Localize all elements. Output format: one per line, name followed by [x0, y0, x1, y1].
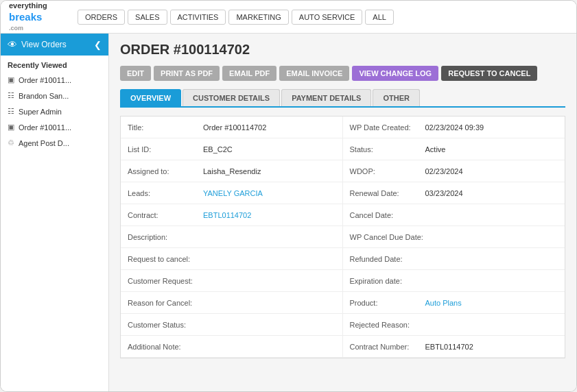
sidebar-view-orders[interactable]: 👁 View Orders ❮ [1, 34, 108, 56]
value-contract-number: EBTL0114702 [425, 343, 558, 351]
label-rejected-reason: Rejected Reason: [350, 321, 425, 329]
edit-button[interactable]: EDIT [120, 66, 151, 81]
tab-payment-details[interactable]: PAYMENT DETAILS [281, 89, 371, 106]
label-additional-note: Additional Note: [128, 343, 203, 351]
label-expiration-date: Expiration date: [350, 277, 425, 285]
label-customer-request: Customer Request: [128, 277, 203, 285]
sidebar-item-4[interactable]: ♲ Agent Post D... [1, 135, 108, 151]
field-customer-request: Customer Request: [121, 270, 343, 292]
field-refunded-date: Refunded Date: [343, 248, 565, 270]
order-icon-3: ▣ [8, 123, 14, 132]
email-pdf-button[interactable]: EMAIL PDF [222, 66, 276, 81]
field-reason-for-cancel: Reason for Cancel: [121, 292, 343, 314]
person-icon-2: ☷ [8, 107, 14, 116]
value-status: Active [425, 145, 558, 154]
sidebar-item-0[interactable]: ▣ Order #10011... [1, 72, 108, 88]
field-wdop: WDOP: 02/23/2024 [343, 160, 565, 182]
label-customer-status: Customer Status: [128, 321, 203, 329]
value-title: Order #100114702 [203, 123, 335, 132]
tab-customer-details[interactable]: CUSTOMER DETAILS [182, 89, 280, 106]
label-renewal-date: Renewal Date: [350, 189, 425, 197]
nav-activities[interactable]: ACTIVITIES [170, 10, 226, 25]
action-buttons: EDIT PRINT AS PDF EMAIL PDF EMAIL INVOIC… [120, 66, 565, 81]
chevron-left-icon: ❮ [94, 40, 102, 50]
email-invoice-button[interactable]: EMAIL INVOICE [279, 66, 349, 81]
sidebar-item-1[interactable]: ☷ Brandon San... [1, 88, 108, 103]
nav-marketing[interactable]: MARKETING [228, 10, 288, 25]
person-icon-1: ☷ [8, 91, 14, 100]
label-request-to-cancel: Request to cancel: [128, 255, 203, 263]
label-title: Title: [128, 123, 203, 132]
label-assigned-to: Assigned to: [128, 167, 203, 175]
label-refunded-date: Refunded Date: [350, 255, 425, 263]
field-cancel-date: Cancel Date: [343, 204, 565, 226]
sidebar: 👁 View Orders ❮ Recently Viewed ▣ Order … [1, 34, 109, 391]
label-wp-date-created: WP Date Created: [350, 123, 425, 132]
field-additional-note: Additional Note: [121, 336, 343, 358]
eye-icon: 👁 [8, 39, 17, 50]
nav-auto-service[interactable]: AUTO SERVICE [292, 10, 363, 25]
field-request-to-cancel: Request to cancel: [121, 248, 343, 270]
value-wdop: 02/23/2024 [425, 167, 558, 175]
label-reason-for-cancel: Reason for Cancel: [128, 299, 203, 307]
field-title-left: Title: Order #100114702 [121, 117, 343, 138]
field-renewal-date: Renewal Date: 03/23/2024 [343, 182, 565, 204]
label-product: Product: [350, 299, 425, 307]
top-navigation: ORDERS SALES ACTIVITIES MARKETING AUTO S… [78, 10, 394, 25]
field-status: Status: Active [343, 138, 565, 160]
logo: everything breaks .com [9, 1, 64, 32]
value-wp-date-created: 02/23/2024 09:39 [425, 123, 558, 132]
field-product: Product: Auto Plans [343, 292, 565, 314]
nav-sales[interactable]: SALES [128, 10, 167, 25]
field-list-id: List ID: EB_C2C [121, 138, 343, 160]
sidebar-header-label: View Orders [21, 40, 67, 49]
view-change-log-button[interactable]: VIEW CHANGE LOG [352, 66, 438, 81]
value-assigned-to: Laisha_Resendiz [203, 167, 335, 175]
request-to-cancel-button[interactable]: REQUEST TO CANCEL [441, 66, 537, 81]
field-expiration-date: Expiration date: [343, 270, 565, 292]
field-rejected-reason: Rejected Reason: [343, 314, 565, 336]
page-title: ORDER #100114702 [120, 42, 565, 58]
field-description: Description: [121, 226, 343, 248]
tab-other[interactable]: OTHER [373, 89, 420, 106]
tab-overview[interactable]: OVERVIEW [120, 89, 181, 106]
agent-icon-4: ♲ [8, 138, 14, 147]
sidebar-item-2[interactable]: ☷ Super Admin [1, 103, 108, 119]
label-wdop: WDOP: [350, 167, 425, 175]
sidebar-item-3[interactable]: ▣ Order #10011... [1, 119, 108, 135]
field-wp-cancel-due-date: WP Cancel Due Date: [343, 226, 565, 248]
form-grid: Title: Order #100114702 WP Date Created:… [120, 116, 565, 358]
label-list-id: List ID: [128, 145, 203, 154]
field-contract-number: Contract Number: EBTL0114702 [343, 336, 565, 358]
field-assigned-to: Assigned to: Laisha_Resendiz [121, 160, 343, 182]
value-list-id: EB_C2C [203, 145, 335, 154]
field-wp-date-created: WP Date Created: 02/23/2024 09:39 [343, 117, 565, 138]
label-leads: Leads: [128, 189, 203, 197]
recently-viewed-title: Recently Viewed [1, 56, 108, 72]
nav-orders[interactable]: ORDERS [78, 10, 125, 25]
tab-bar: OVERVIEW CUSTOMER DETAILS PAYMENT DETAIL… [120, 89, 565, 108]
field-contract: Contract: EBTL0114702 [121, 204, 343, 226]
label-cancel-date: Cancel Date: [350, 211, 425, 219]
nav-all[interactable]: ALL [365, 10, 394, 25]
label-contract: Contract: [128, 211, 203, 219]
label-description: Description: [128, 233, 203, 241]
value-renewal-date: 03/23/2024 [425, 189, 558, 197]
value-contract[interactable]: EBTL0114702 [203, 211, 335, 219]
field-leads: Leads: YANELY GARCIA [121, 182, 343, 204]
label-contract-number: Contract Number: [350, 343, 425, 351]
value-leads[interactable]: YANELY GARCIA [203, 189, 335, 197]
print-as-pdf-button[interactable]: PRINT AS PDF [154, 66, 220, 81]
label-status: Status: [350, 145, 425, 154]
main-content: ORDER #100114702 EDIT PRINT AS PDF EMAIL… [109, 34, 576, 391]
field-customer-status: Customer Status: [121, 314, 343, 336]
label-wp-cancel-due-date: WP Cancel Due Date: [350, 233, 425, 241]
value-product[interactable]: Auto Plans [425, 299, 558, 307]
order-icon-0: ▣ [8, 75, 14, 84]
